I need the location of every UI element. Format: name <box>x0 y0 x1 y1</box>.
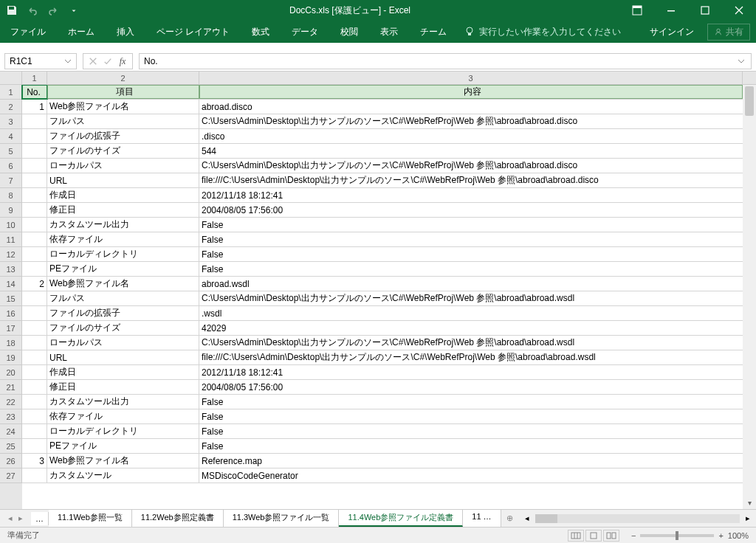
cell-item[interactable]: ファイルの拡張子 <box>47 129 199 143</box>
cell-no[interactable] <box>22 439 47 453</box>
cell-content[interactable]: False <box>199 439 743 453</box>
zoom-slider[interactable] <box>640 534 714 537</box>
cell-content[interactable]: False <box>199 395 743 409</box>
cell-content[interactable]: 42029 <box>199 321 743 335</box>
row-header[interactable]: 19 <box>0 350 22 365</box>
row-header[interactable]: 27 <box>0 468 22 483</box>
cell-no[interactable]: 3 <box>22 454 47 468</box>
cell-no[interactable] <box>22 203 47 217</box>
share-button[interactable]: 共有 <box>707 24 750 41</box>
cell-item[interactable]: 依存ファイル <box>47 232 199 246</box>
cell-no[interactable] <box>22 380 47 394</box>
table-row[interactable]: URLfile:///C:\Users\Admin\Desktop\出力サンプル… <box>22 173 743 188</box>
scrollbar-thumb[interactable] <box>745 86 754 116</box>
fx-icon[interactable]: fx <box>117 56 128 66</box>
vertical-scrollbar[interactable]: ▾ <box>743 85 756 509</box>
table-row[interactable]: 3Web参照ファイル名Reference.map <box>22 454 743 468</box>
cell-item[interactable]: カスタムツール出力 <box>47 218 199 232</box>
cell-content[interactable]: 2004/08/05 17:56:00 <box>199 203 743 217</box>
cell-item[interactable]: Web参照ファイル名 <box>47 277 199 291</box>
cell-item[interactable]: 依存ファイル <box>47 409 199 423</box>
cell-item[interactable]: 作成日 <box>47 188 199 202</box>
cell-item[interactable]: ローカルパス <box>47 336 199 350</box>
signin-link[interactable]: サインイン <box>650 26 694 38</box>
ribbon-tab-page-layout[interactable]: ページ レイアウト <box>152 23 234 41</box>
page-layout-view-button[interactable] <box>585 530 602 542</box>
ribbon-tab-formulas[interactable]: 数式 <box>247 23 274 41</box>
cell-item[interactable]: URL <box>47 173 199 187</box>
cell-content[interactable]: abroad.wsdl <box>199 277 743 291</box>
row-header[interactable]: 12 <box>0 247 22 262</box>
minimize-button[interactable] <box>654 0 688 21</box>
row-header[interactable]: 21 <box>0 380 22 395</box>
cell-no[interactable] <box>22 114 47 128</box>
row-header[interactable]: 18 <box>0 336 22 350</box>
table-row[interactable]: 1Web参照ファイル名abroad.disco <box>22 100 743 114</box>
sheet-tab[interactable]: 11.3Web参照ファイル一覧 <box>224 510 340 527</box>
close-button[interactable] <box>722 0 756 21</box>
column-header[interactable]: 2 <box>47 72 199 84</box>
formula-input[interactable]: No. <box>139 53 752 69</box>
table-row[interactable]: ファイルの拡張子.wsdl <box>22 306 743 321</box>
undo-icon[interactable] <box>27 4 38 16</box>
cell-item[interactable]: 修正日 <box>47 380 199 394</box>
cell-item[interactable]: ファイルのサイズ <box>47 321 199 335</box>
cell-item[interactable]: ローカルパス <box>47 159 199 173</box>
qat-dropdown-icon[interactable] <box>68 4 80 16</box>
table-row[interactable]: 修正日2004/08/05 17:56:00 <box>22 203 743 218</box>
maximize-button[interactable] <box>688 0 722 21</box>
column-header[interactable]: 1 <box>22 72 47 84</box>
table-row[interactable]: ファイルのサイズ42029 <box>22 321 743 336</box>
sheet-tab[interactable]: 11.4Web参照ファイル定義書 <box>339 510 463 527</box>
row-header[interactable]: 6 <box>0 159 22 173</box>
zoom-out-button[interactable]: − <box>631 531 636 540</box>
table-row[interactable]: 修正日2004/08/05 17:56:00 <box>22 380 743 395</box>
enter-icon[interactable] <box>103 56 113 66</box>
table-row[interactable]: ファイルの拡張子.disco <box>22 129 743 144</box>
cell-item[interactable]: ローカルディレクトリ <box>47 247 199 261</box>
table-row[interactable]: フルパスC:\Users\Admin\Desktop\出力サンプルのソース\C#… <box>22 291 743 306</box>
row-header[interactable]: 17 <box>0 321 22 336</box>
nav-prev-icon[interactable]: ◂ <box>6 513 15 523</box>
row-header[interactable]: 23 <box>0 409 22 424</box>
cell-item[interactable]: カスタムツール出力 <box>47 395 199 409</box>
cell-no[interactable] <box>22 468 47 483</box>
row-header[interactable]: 5 <box>0 144 22 159</box>
table-row[interactable]: ローカルパスC:\Users\Admin\Desktop\出力サンプルのソース\… <box>22 159 743 173</box>
sheet-nav[interactable]: ◂ ▸ <box>0 513 31 523</box>
cell-no[interactable] <box>22 188 47 202</box>
cell-content[interactable]: False <box>199 424 743 438</box>
ribbon-display-button[interactable] <box>620 0 654 21</box>
scroll-down-icon[interactable]: ▾ <box>743 496 756 509</box>
row-header[interactable]: 24 <box>0 424 22 439</box>
ribbon-tab-home[interactable]: ホーム <box>63 23 99 41</box>
add-sheet-button[interactable]: ⊕ <box>501 513 519 523</box>
cell-item[interactable]: フルパス <box>47 114 199 128</box>
expand-icon[interactable] <box>736 56 746 66</box>
cell-no[interactable] <box>22 144 47 158</box>
table-row[interactable]: カスタムツール出力False <box>22 218 743 232</box>
cell-no[interactable] <box>22 291 47 305</box>
row-header[interactable]: 14 <box>0 277 22 291</box>
cell-no[interactable] <box>22 306 47 320</box>
table-row[interactable]: ファイルのサイズ544 <box>22 144 743 159</box>
row-header[interactable]: 15 <box>0 291 22 306</box>
cell-no[interactable] <box>22 424 47 438</box>
save-icon[interactable] <box>6 4 18 16</box>
scroll-left-icon[interactable]: ◂ <box>525 513 529 523</box>
cell-item[interactable]: PEファイル <box>47 262 199 276</box>
ribbon-tab-team[interactable]: チーム <box>416 23 451 41</box>
cell-content[interactable]: 2004/08/05 17:56:00 <box>199 380 743 394</box>
row-header[interactable]: 9 <box>0 203 22 218</box>
cell-no[interactable] <box>22 159 47 173</box>
sheet-tab[interactable]: 11 … <box>463 510 501 527</box>
table-row[interactable]: 依存ファイルFalse <box>22 409 743 424</box>
row-header[interactable]: 7 <box>0 173 22 188</box>
row-header[interactable]: 3 <box>0 114 22 129</box>
cell-no[interactable] <box>22 173 47 187</box>
table-row[interactable]: ローカルディレクトリFalse <box>22 247 743 262</box>
select-all-corner[interactable] <box>0 72 22 84</box>
normal-view-button[interactable] <box>568 530 584 542</box>
table-row[interactable]: 作成日2012/11/18 18:12:41 <box>22 188 743 203</box>
cell-no[interactable] <box>22 365 47 379</box>
